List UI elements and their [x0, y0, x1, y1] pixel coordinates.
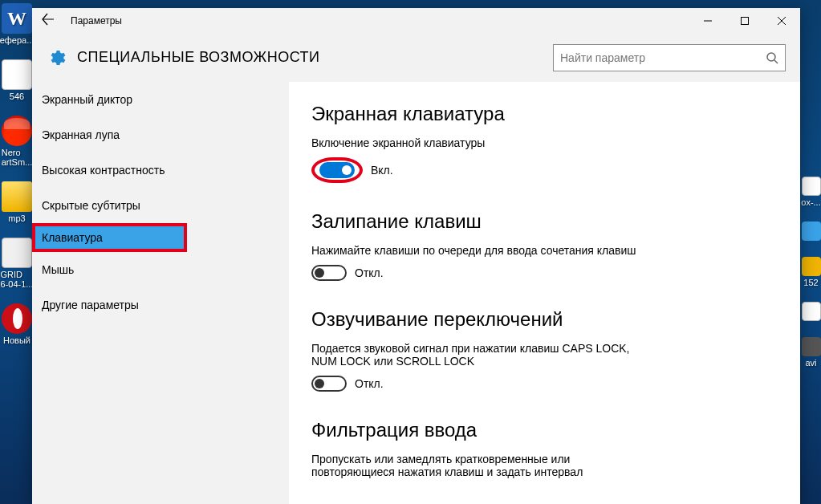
desktop-icon-opera[interactable]: Новый	[0, 303, 34, 345]
section-filter-keys-title: Фильтрация ввода	[311, 419, 778, 441]
annotation-highlight-circle	[311, 157, 363, 183]
filter-keys-caption: Пропускать или замедлять кратковременные…	[311, 453, 656, 478]
desktop-icons-right: ox-... 152 avi	[801, 177, 821, 368]
section-toggle-keys-title: Озвучивание переключений	[311, 308, 778, 331]
sidebar-item-high-contrast[interactable]: Высокая контрастность	[32, 152, 289, 188]
header-title: СПЕЦИАЛЬНЫЕ ВОЗМОЖНОСТИ	[77, 49, 320, 66]
desktop-icon-word[interactable]: ефера...	[0, 3, 34, 45]
back-icon	[42, 13, 55, 26]
toggle-onscreen-keyboard[interactable]	[319, 162, 355, 178]
svg-line-3	[774, 60, 778, 63]
maximize-button[interactable]	[726, 8, 763, 34]
sidebar-item-closed-captions[interactable]: Скрытые субтитры	[32, 188, 289, 223]
sidebar-item-other[interactable]: Другие параметры	[32, 287, 289, 323]
desktop-icon-right-3[interactable]: 152	[801, 257, 821, 287]
close-button[interactable]	[763, 8, 800, 34]
svg-point-2	[767, 53, 775, 61]
toggle-onscreen-keyboard-state: Вкл.	[371, 164, 393, 177]
close-icon	[778, 17, 786, 25]
sidebar-item-keyboard[interactable]: Клавиатура	[32, 223, 187, 252]
desktop-icon-right-1[interactable]: ox-...	[801, 177, 821, 207]
sidebar-item-magnifier[interactable]: Экранная лупа	[32, 117, 289, 152]
titlebar: Параметры	[32, 8, 800, 34]
toggle-toggle-keys[interactable]	[311, 376, 347, 392]
desktop-icon-right-2[interactable]	[801, 222, 821, 242]
onscreen-keyboard-caption: Включение экранной клавиатуры	[311, 136, 778, 149]
svg-rect-1	[742, 18, 749, 25]
sticky-keys-caption: Нажимайте клавиши по очереди для ввода с…	[311, 244, 778, 257]
gear-icon	[47, 48, 66, 67]
search-icon	[766, 51, 778, 64]
settings-header: СПЕЦИАЛЬНЫЕ ВОЗМОЖНОСТИ Найти параметр	[32, 34, 800, 82]
sidebar: Экранный диктор Экранная лупа Высокая ко…	[32, 82, 289, 504]
desktop-icon-right-4[interactable]	[801, 302, 821, 323]
minimize-icon	[704, 17, 712, 25]
content-pane: Экранная клавиатура Включение экранной к…	[289, 82, 800, 504]
desktop-icons-left: ефера... 546 Nero artSm... mp3 GRID 6-04…	[0, 3, 34, 345]
settings-window: Параметры СПЕЦИАЛЬНЫЕ ВОЗМОЖНОСТИ Найти …	[32, 8, 800, 504]
window-title: Параметры	[71, 15, 122, 26]
search-placeholder: Найти параметр	[560, 51, 645, 64]
desktop-icon-grid[interactable]: GRID 6-04-1...	[0, 238, 34, 289]
toggle-keys-caption: Подается звуковой сигнал при нажатии кла…	[311, 342, 656, 368]
toggle-sticky-keys-state: Откл.	[355, 266, 384, 279]
desktop-icon-right-5[interactable]: avi	[801, 337, 821, 368]
minimize-button[interactable]	[689, 8, 726, 34]
sidebar-item-narrator[interactable]: Экранный диктор	[32, 82, 289, 117]
desktop-icon-nero[interactable]: Nero artSm...	[0, 116, 34, 167]
sidebar-item-mouse[interactable]: Мышь	[32, 252, 289, 287]
desktop-icon-document[interactable]: 546	[0, 59, 34, 101]
maximize-icon	[741, 17, 749, 25]
toggle-toggle-keys-state: Откл.	[355, 377, 384, 390]
section-onscreen-keyboard-title: Экранная клавиатура	[311, 103, 778, 125]
search-input[interactable]: Найти параметр	[553, 44, 786, 71]
desktop-icon-folder-mp3[interactable]: mp3	[0, 181, 34, 223]
toggle-sticky-keys[interactable]	[311, 265, 347, 281]
section-sticky-keys-title: Залипание клавиш	[311, 210, 778, 233]
back-button[interactable]	[32, 13, 64, 29]
